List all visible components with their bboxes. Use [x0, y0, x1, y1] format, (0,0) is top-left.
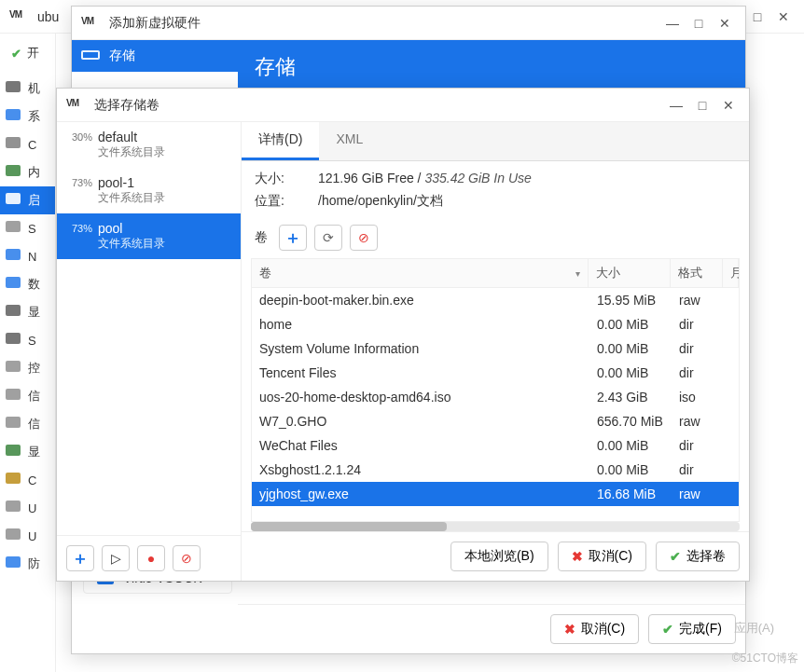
volume-size: 15.95 MiB [589, 288, 672, 312]
pool-pct: 73% [66, 221, 92, 234]
addhw-minimize-button[interactable]: — [661, 12, 684, 34]
sidebar-item-label: 数 [28, 276, 40, 293]
addhw-close-button[interactable]: ✕ [714, 12, 736, 34]
sidebar-item[interactable]: 防 [0, 550, 55, 578]
sidebar-item[interactable]: S [0, 326, 55, 354]
pool-item[interactable]: 73%pool文件系统目录 [57, 213, 241, 259]
pool-pct: 73% [66, 175, 92, 188]
device-icon [6, 249, 22, 264]
device-icon [6, 193, 22, 208]
location-label: 位置: [255, 193, 299, 210]
root-close-button[interactable]: ✕ [772, 6, 795, 28]
vol-minimize-button[interactable]: — [665, 94, 687, 117]
sidebar-item[interactable]: C [0, 466, 55, 494]
cancel-icon: ✖ [564, 622, 575, 637]
volume-name: deepin-boot-maker.bin.exe [252, 288, 589, 312]
pool-stop-button[interactable]: ● [137, 545, 165, 571]
vol-cancel-button[interactable]: ✖取消(C) [558, 542, 646, 571]
sidebar-item[interactable]: 启 [0, 186, 55, 214]
pool-list: 30%default文件系统目录73%pool-1文件系统目录73%pool文件… [57, 122, 242, 581]
volume-delete-button[interactable]: ⊘ [350, 225, 378, 251]
browse-local-button[interactable]: 本地浏览(B) [451, 542, 548, 571]
horizontal-scrollbar[interactable] [251, 522, 740, 531]
device-icon [6, 333, 22, 348]
ok-icon: ✔ [670, 549, 681, 564]
sidebar-item[interactable]: 显 [0, 438, 55, 466]
scroll-thumb[interactable] [251, 522, 447, 531]
pool-name: pool-1 [98, 175, 165, 190]
sidebar-item[interactable]: U [0, 494, 55, 522]
volume-size: 0.00 MiB [589, 361, 672, 385]
sidebar-item-label: C [28, 138, 36, 152]
vol-close-button[interactable]: ✕ [717, 94, 740, 117]
sidebar-item[interactable]: 控 [0, 354, 55, 382]
vol-tabs: 详情(D) XML [242, 122, 749, 161]
volume-size: 2.43 GiB [589, 385, 672, 409]
sidebar-item-label: 机 [28, 80, 40, 97]
sidebar-item[interactable]: C [0, 130, 55, 158]
volume-row[interactable]: yjghost_gw.exe16.68 MiBraw [252, 482, 739, 506]
sort-caret-icon: ▾ [575, 268, 580, 279]
addhw-category-storage[interactable]: 存储 [72, 40, 238, 72]
device-icon [6, 277, 22, 292]
svg-rect-4 [6, 193, 21, 204]
volume-row[interactable]: home0.00 MiBdir [252, 312, 739, 336]
col-name[interactable]: 卷▾ [252, 259, 589, 287]
sidebar-item[interactable]: 机 [0, 75, 55, 103]
sidebar-item[interactable]: 数 [0, 270, 55, 298]
pool-item[interactable]: 73%pool-1文件系统目录 [57, 168, 241, 213]
sidebar-item[interactable]: U [0, 522, 55, 550]
vol-titlebar: VM 选择存储卷 — □ ✕ [57, 89, 749, 122]
vol-title: 选择存储卷 [94, 97, 661, 114]
addhw-header: 存储 [238, 40, 745, 94]
size-label: 大小: [255, 171, 299, 187]
sidebar-item[interactable]: 显 [0, 298, 55, 326]
volume-name: W7_0.GHO [252, 409, 589, 433]
volume-row[interactable]: System Volume Information0.00 MiBdir [252, 336, 739, 361]
pool-name: pool [98, 221, 165, 236]
volume-row[interactable]: WeChat Files0.00 MiBdir [252, 433, 739, 458]
volume-row[interactable]: W7_0.GHO656.70 MiBraw [252, 409, 739, 433]
volumes-label: 卷 [255, 229, 268, 246]
volume-name: home [252, 312, 589, 336]
volume-row[interactable]: deepin-boot-maker.bin.exe15.95 MiBraw [252, 288, 739, 312]
sidebar-item-label: 显 [28, 304, 40, 321]
pool-start-button[interactable]: ▷ [102, 545, 130, 571]
col-size[interactable]: 大小 [589, 259, 671, 287]
size-used: 335.42 GiB In Use [424, 171, 531, 185]
addhw-maximize-button[interactable]: □ [687, 12, 710, 34]
vol-maximize-button[interactable]: □ [691, 94, 714, 117]
sidebar-item[interactable]: 内 [0, 158, 55, 186]
tab-details[interactable]: 详情(D) [242, 122, 319, 160]
tab-xml[interactable]: XML [319, 122, 380, 160]
volume-refresh-button[interactable]: ⟳ [314, 225, 342, 251]
volume-row[interactable]: uos-20-home-desktop-amd64.iso2.43 GiBiso [252, 385, 739, 409]
addhw-cancel-button[interactable]: ✖取消(C) [550, 614, 639, 644]
pool-pct: 30% [66, 130, 92, 143]
root-maximize-button[interactable]: □ [746, 6, 769, 28]
volume-add-button[interactable]: ＋ [279, 225, 307, 251]
volume-size: 16.68 MiB [589, 482, 672, 506]
pool-add-button[interactable]: ＋ [66, 545, 94, 571]
addhw-finish-button[interactable]: ✔完成(F) [648, 614, 736, 644]
col-last[interactable]: 月 [723, 259, 739, 287]
volume-row[interactable]: Xsbghost1.2.1.240.00 MiBdir [252, 458, 739, 482]
volume-row[interactable]: Tencent Files0.00 MiBdir [252, 361, 739, 385]
svg-rect-2 [6, 137, 21, 148]
cancel-icon: ✖ [572, 549, 583, 564]
choose-volume-window: VM 选择存储卷 — □ ✕ 30%default文件系统目录73%pool-1… [56, 88, 750, 582]
pool-delete-button[interactable]: ⊘ [173, 545, 201, 571]
choose-volume-button[interactable]: ✔选择卷 [656, 542, 740, 571]
pool-item[interactable]: 30%default文件系统目录 [57, 122, 241, 168]
addhw-footer: ✖取消(C) ✔完成(F) [238, 604, 745, 653]
svg-rect-11 [6, 389, 21, 400]
sidebar-item[interactable]: 信 [0, 382, 55, 410]
sidebar-item[interactable]: 信 [0, 410, 55, 438]
col-format[interactable]: 格式 [671, 259, 723, 287]
sidebar-item[interactable]: S [0, 214, 55, 242]
sidebar-item-label: 信 [28, 416, 40, 432]
sidebar-item[interactable]: N [0, 242, 55, 270]
volume-name: uos-20-home-desktop-amd64.iso [252, 385, 589, 409]
sidebar-item[interactable]: 系 [0, 103, 55, 130]
sidebar-begin: ✔ 开 [6, 39, 55, 67]
